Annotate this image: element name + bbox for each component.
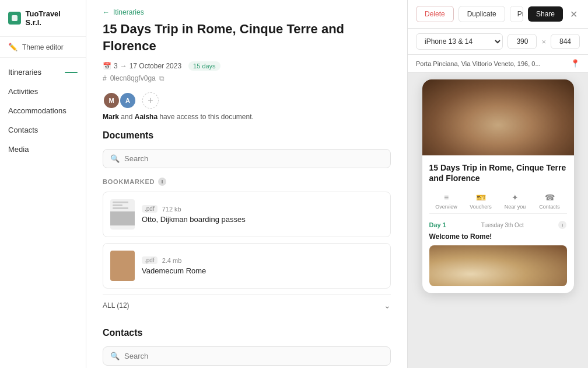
sidebar-nav: Itineraries Activities Accommodations Co…	[0, 58, 86, 164]
doc-info-2: .pdf 2.4 mb Vademecum Rome	[142, 256, 383, 275]
phone-tab-overview-label: Overview	[435, 204, 457, 210]
thumb-line	[113, 207, 128, 209]
brand-name: TuoTravel S.r.l.	[26, 9, 78, 27]
doc-ext-2: .pdf	[142, 256, 158, 264]
phone-tabs: ≡ Overview 🎫 Vouchers ✦ Near you ☎ Conta…	[429, 189, 567, 214]
location-icon: 📍	[570, 59, 580, 68]
date-start: 3	[114, 62, 118, 70]
phone-tab-near-you-label: Near you	[505, 204, 526, 210]
sidebar-item-itineraries[interactable]: Itineraries	[0, 63, 86, 82]
phone-day-info-icon: i	[558, 221, 566, 229]
copy-icon[interactable]: ⧉	[159, 74, 164, 82]
contacts-tab-icon: ☎	[545, 193, 555, 202]
contacts-search-input[interactable]	[124, 352, 383, 360]
breadcrumb-label: Itineraries	[113, 8, 144, 16]
date-range: 📅 3 → 17 October 2023	[103, 62, 181, 70]
doc-size-2: 2.4 mb	[162, 257, 182, 264]
theme-editor-icon: ✏️	[8, 43, 18, 51]
document-id: 0lecn8qgfv0ga	[110, 74, 156, 82]
avatar-mark: M	[103, 92, 120, 109]
preview-button-group: Preview ▾	[510, 6, 523, 22]
dimension-separator: ×	[541, 37, 546, 46]
documents-section-title: Documents	[103, 130, 391, 141]
add-collaborator-button[interactable]: +	[142, 92, 159, 109]
close-button[interactable]: ✕	[568, 6, 580, 22]
breadcrumb[interactable]: ← Itineraries	[103, 8, 391, 16]
sidebar-item-accommodations[interactable]: Accommodations	[0, 101, 86, 120]
overview-tab-icon: ≡	[444, 193, 449, 202]
height-input[interactable]	[551, 34, 580, 49]
phone-tab-vouchers[interactable]: 🎫 Vouchers	[464, 189, 498, 213]
phone-tab-contacts-label: Contacts	[539, 204, 560, 210]
phone-frame: 15 Days Trip in Rome, Cinque Terre and F…	[422, 79, 574, 293]
width-input[interactable]	[508, 34, 537, 49]
phone-day-date: Tuesday 3th Oct	[481, 222, 524, 228]
active-indicator	[65, 72, 78, 73]
doc-info-1: .pdf 712 kb Otto, Dijkman boarding passe…	[142, 205, 383, 224]
phone-welcome-text: Welcome to Rome!	[429, 232, 567, 241]
phone-day-header: Day 1 Tuesday 3th Oct i	[429, 221, 567, 229]
sidebar-item-itineraries-label: Itineraries	[8, 68, 41, 77]
thumb-image-2	[110, 251, 135, 281]
all-docs-toggle[interactable]: ALL (12) ⌄	[103, 294, 391, 316]
address-text: Porta Pinciana, Via Vittorio Veneto, 196…	[416, 60, 566, 67]
sidebar-item-contacts-label: Contacts	[8, 126, 38, 134]
phone-place-image-inner	[429, 245, 567, 286]
id-row: # 0lecn8qgfv0ga ⧉	[103, 74, 391, 82]
phone-tab-overview[interactable]: ≡ Overview	[429, 189, 464, 213]
brand-icon	[8, 12, 21, 25]
contacts-section-title: Contacts	[103, 328, 391, 338]
phone-tab-near-you[interactable]: ✦ Near you	[498, 189, 533, 213]
hash-icon: #	[103, 74, 107, 82]
theme-editor-row[interactable]: ✏️ Theme editor	[0, 37, 86, 58]
phone-hero-image	[422, 79, 574, 155]
phone-day-label: Day 1	[429, 221, 446, 228]
collaborators: M A +	[103, 92, 391, 109]
contacts-search-icon: 🔍	[110, 352, 120, 360]
contacts-section: Contacts 🔍	[103, 328, 391, 366]
svg-rect-0	[12, 15, 18, 21]
share-button[interactable]: Share	[528, 6, 563, 22]
doc-card-boarding-passes[interactable]: .pdf 712 kb Otto, Dijkman boarding passe…	[103, 192, 391, 237]
bookmarked-label: BOOKMARKED i	[103, 178, 391, 186]
collab-text: Mark and Aaisha have access to this docu…	[103, 113, 391, 121]
sidebar-item-accommodations-label: Accommodations	[8, 106, 66, 115]
page-title: 15 Days Trip in Rome, Cinque Terre and F…	[103, 21, 391, 54]
main-header: ← Itineraries 15 Days Trip in Rome, Cinq…	[103, 0, 391, 92]
duplicate-button[interactable]: Duplicate	[459, 6, 505, 22]
avatar-aaisha: A	[119, 92, 136, 109]
right-panel-toolbar: Delete Duplicate Preview ▾ Share ✕	[408, 0, 588, 29]
documents-search-input[interactable]	[124, 154, 383, 163]
meta-row: 📅 3 → 17 October 2023 15 days	[103, 61, 391, 71]
theme-editor-label: Theme editor	[22, 43, 64, 51]
doc-meta-1: .pdf 712 kb	[142, 205, 383, 213]
phone-tab-contacts[interactable]: ☎ Contacts	[533, 189, 567, 213]
doc-meta-2: .pdf 2.4 mb	[142, 256, 383, 264]
right-panel: Delete Duplicate Preview ▾ Share ✕ iPhon…	[407, 0, 588, 368]
doc-name-2: Vademecum Rome	[142, 266, 383, 275]
doc-thumbnail-2	[110, 251, 135, 281]
collab-name2: Aaisha	[135, 113, 158, 121]
doc-size-1: 712 kb	[162, 206, 181, 213]
contacts-search-bar[interactable]: 🔍	[103, 346, 391, 366]
phone-tab-vouchers-label: Vouchers	[470, 204, 492, 210]
address-bar: Porta Pinciana, Via Vittorio Veneto, 196…	[408, 55, 588, 72]
device-select[interactable]: iPhone 13 & 14	[416, 33, 503, 50]
phone-content: 15 Days Trip in Rome, Cinque Terre and F…	[422, 155, 574, 293]
search-icon: 🔍	[110, 154, 120, 163]
doc-thumbnail-1	[110, 199, 135, 230]
sidebar-item-media[interactable]: Media	[0, 140, 86, 159]
date-end: 17 October 2023	[130, 62, 181, 70]
phone-place-image	[429, 245, 567, 286]
thumb-image	[110, 211, 135, 225]
sidebar-item-contacts[interactable]: Contacts	[0, 120, 86, 140]
sidebar-item-activities[interactable]: Activities	[0, 82, 86, 101]
collab-name1: Mark	[103, 113, 119, 121]
preview-button[interactable]: Preview	[510, 6, 523, 22]
bookmarked-info-icon[interactable]: i	[158, 178, 166, 186]
all-docs-label: ALL (12)	[103, 301, 130, 310]
delete-button[interactable]: Delete	[416, 6, 454, 22]
documents-search-bar[interactable]: 🔍	[103, 149, 391, 168]
doc-card-vademecum[interactable]: .pdf 2.4 mb Vademecum Rome	[103, 243, 391, 289]
phone-hero-overlay	[422, 79, 574, 155]
